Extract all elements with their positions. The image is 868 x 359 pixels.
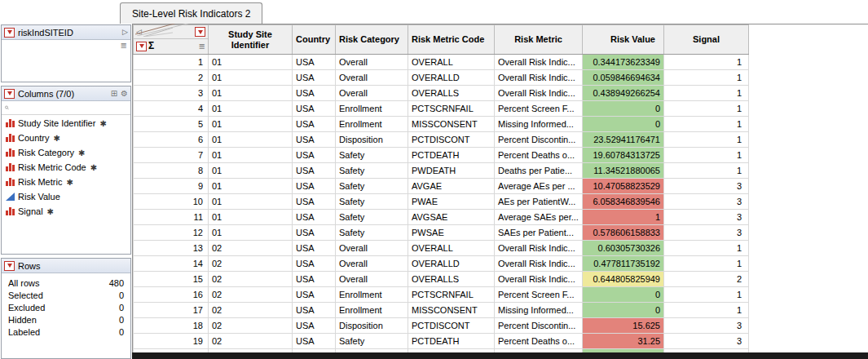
cell-country[interactable]: USA bbox=[293, 194, 336, 210]
cell-country[interactable]: USA bbox=[293, 303, 336, 318]
cell-country[interactable]: USA bbox=[293, 70, 336, 86]
cell-code[interactable]: OVERALLD bbox=[408, 256, 495, 272]
collapse-panel-icon[interactable]: ▷ bbox=[122, 29, 128, 36]
cell-signal[interactable]: 2 bbox=[664, 272, 749, 287]
cell-value[interactable]: 1 bbox=[583, 210, 664, 225]
cell-category[interactable]: Overall bbox=[336, 241, 408, 256]
row-state-list-icon[interactable]: ≣ bbox=[199, 42, 205, 51]
cell-rownum[interactable]: 4 bbox=[134, 101, 209, 117]
cell-value[interactable]: 0 bbox=[583, 101, 664, 117]
cell-value[interactable]: 0.477811735192 bbox=[583, 256, 664, 272]
cell-code[interactable]: PWAE bbox=[408, 194, 495, 210]
cell-rownum[interactable]: 18 bbox=[134, 318, 209, 334]
cell-signal[interactable]: 1 bbox=[664, 241, 749, 256]
cell-signal[interactable]: 3 bbox=[664, 225, 749, 241]
cell-signal[interactable]: 1 bbox=[664, 132, 749, 148]
cell-country[interactable]: USA bbox=[293, 148, 336, 163]
cell-signal[interactable]: 1 bbox=[664, 256, 749, 272]
cell-metric[interactable]: Overall Risk Indic... bbox=[495, 256, 583, 272]
rows-header-red-triangle-icon[interactable] bbox=[136, 42, 147, 51]
cell-value[interactable]: 23.52941176471 bbox=[583, 132, 664, 148]
cell-metric[interactable]: SAEs per Patient... bbox=[495, 225, 583, 241]
columns-header-red-triangle-icon[interactable] bbox=[195, 27, 205, 37]
cell-category[interactable]: Safety bbox=[336, 225, 408, 241]
horizontal-scrollbar[interactable] bbox=[132, 352, 868, 359]
col-header-signal[interactable]: Signal bbox=[664, 25, 749, 55]
cell-site[interactable]: 02 bbox=[209, 334, 293, 349]
cell-metric[interactable]: Deaths per Patie... bbox=[495, 163, 583, 179]
cell-value[interactable]: 0.644805825949 bbox=[583, 272, 664, 287]
cell-signal[interactable]: 1 bbox=[664, 287, 749, 303]
cell-metric[interactable]: Average AEs per ... bbox=[495, 179, 583, 194]
cell-rownum[interactable]: 15 bbox=[134, 272, 209, 287]
cell-category[interactable]: Overall bbox=[336, 256, 408, 272]
column-item-country[interactable]: Country✱ bbox=[2, 131, 130, 145]
cell-signal[interactable]: 1 bbox=[664, 86, 749, 101]
cell-site[interactable]: 01 bbox=[209, 148, 293, 163]
cell-signal[interactable]: 1 bbox=[664, 163, 749, 179]
column-item-risk-metric[interactable]: Risk Metric✱ bbox=[2, 175, 130, 189]
cell-metric[interactable]: Overall Risk Indic... bbox=[495, 55, 583, 70]
columns-search-input[interactable] bbox=[11, 102, 127, 113]
cell-signal[interactable]: 3 bbox=[664, 179, 749, 194]
cell-rownum[interactable]: 13 bbox=[134, 241, 209, 256]
cell-rownum[interactable]: 3 bbox=[134, 86, 209, 101]
rows-menu-red-triangle-icon[interactable] bbox=[4, 261, 15, 271]
cell-site[interactable]: 02 bbox=[209, 287, 293, 303]
cell-code[interactable]: PCTDEATH bbox=[408, 148, 495, 163]
cell-rownum[interactable]: 5 bbox=[134, 117, 209, 132]
cell-metric[interactable]: Percent Discontin... bbox=[495, 132, 583, 148]
cell-value[interactable]: 0 bbox=[583, 117, 664, 132]
cell-code[interactable]: MISSCONSENT bbox=[408, 303, 495, 318]
cell-site[interactable]: 01 bbox=[209, 101, 293, 117]
cell-rownum[interactable]: 7 bbox=[134, 148, 209, 163]
cell-category[interactable]: Enrollment bbox=[336, 287, 408, 303]
cell-code[interactable]: OVERALL bbox=[408, 55, 495, 70]
cell-signal[interactable]: 3 bbox=[664, 334, 749, 349]
col-header-risk-category[interactable]: Risk Category bbox=[336, 25, 408, 55]
cell-site[interactable]: 01 bbox=[209, 86, 293, 101]
cell-metric[interactable]: Overall Risk Indic... bbox=[495, 241, 583, 256]
cell-code[interactable]: AVGAE bbox=[408, 179, 495, 194]
columns-search[interactable] bbox=[2, 101, 130, 115]
cell-rownum[interactable]: 6 bbox=[134, 132, 209, 148]
cell-category[interactable]: Overall bbox=[336, 86, 408, 101]
collapse-columns-icon[interactable]: ◁ bbox=[136, 29, 142, 36]
cell-category[interactable]: Disposition bbox=[336, 132, 408, 148]
cell-country[interactable]: USA bbox=[293, 101, 336, 117]
cell-category[interactable]: Safety bbox=[336, 179, 408, 194]
cell-rownum[interactable]: 10 bbox=[134, 194, 209, 210]
cell-code[interactable]: PCTSCRNFAIL bbox=[408, 287, 495, 303]
cell-code[interactable]: OVERALLS bbox=[408, 272, 495, 287]
column-item-risk-category[interactable]: Risk Category✱ bbox=[2, 145, 130, 160]
cell-rownum[interactable]: 8 bbox=[134, 163, 209, 179]
cell-value[interactable]: 10.47058823529 bbox=[583, 179, 664, 194]
column-item-risk-value[interactable]: Risk Value bbox=[2, 189, 130, 204]
cell-rownum[interactable]: 2 bbox=[134, 70, 209, 86]
cell-metric[interactable]: Percent Deaths o... bbox=[495, 148, 583, 163]
cell-signal[interactable]: 1 bbox=[664, 55, 749, 70]
cell-category[interactable]: Safety bbox=[336, 194, 408, 210]
cell-country[interactable]: USA bbox=[293, 272, 336, 287]
cell-code[interactable]: OVERALLS bbox=[408, 86, 495, 101]
cell-value[interactable]: 31.25 bbox=[583, 334, 664, 349]
cell-category[interactable]: Safety bbox=[336, 148, 408, 163]
cell-code[interactable]: MISSCONSENT bbox=[408, 117, 495, 132]
cell-category[interactable]: Disposition bbox=[336, 318, 408, 334]
col-header-risk-metric-code[interactable]: Risk Metric Code bbox=[408, 25, 495, 55]
cell-country[interactable]: USA bbox=[293, 287, 336, 303]
cell-metric[interactable]: Overall Risk Indic... bbox=[495, 70, 583, 86]
cell-value[interactable]: 0 bbox=[583, 287, 664, 303]
cell-code[interactable]: PCTDISCONT bbox=[408, 318, 495, 334]
cell-country[interactable]: USA bbox=[293, 132, 336, 148]
cell-category[interactable]: Safety bbox=[336, 210, 408, 225]
cell-metric[interactable]: Percent Screen F... bbox=[495, 287, 583, 303]
col-header-study-site-identifier[interactable]: Study Site Identifier bbox=[209, 25, 293, 55]
cell-metric[interactable]: Missing Informed... bbox=[495, 303, 583, 318]
cell-rownum[interactable]: 16 bbox=[134, 287, 209, 303]
cell-code[interactable]: PWDEATH bbox=[408, 163, 495, 179]
cell-value[interactable]: 0 bbox=[583, 303, 664, 318]
cell-rownum[interactable]: 14 bbox=[134, 256, 209, 272]
col-header-country[interactable]: Country bbox=[293, 25, 336, 55]
table-menu-red-triangle-icon[interactable] bbox=[4, 28, 15, 38]
